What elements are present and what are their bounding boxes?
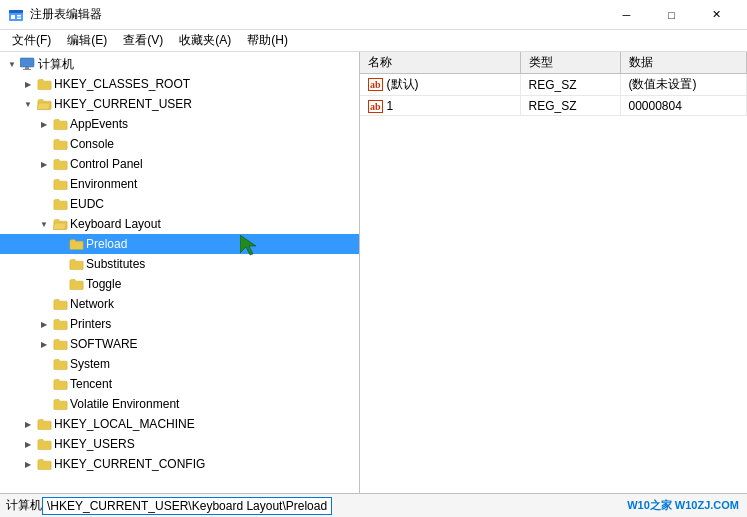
folder-icon-hkey_local_machine — [36, 416, 52, 432]
status-computer-label: 计算机 — [6, 497, 42, 514]
folder-icon-toggle — [68, 276, 84, 292]
minimize-button[interactable]: ─ — [604, 0, 649, 30]
reg-icon-1: ab — [368, 100, 383, 113]
expand-btn-computer[interactable]: ▼ — [4, 56, 20, 72]
expand-btn-software[interactable]: ▶ — [36, 336, 52, 352]
svg-rect-3 — [17, 15, 21, 17]
tree-item-tencent[interactable]: Tencent — [0, 374, 359, 394]
folder-icon-volatile_environment — [52, 396, 68, 412]
folder-icon-console — [52, 136, 68, 152]
tree-item-console[interactable]: Console — [0, 134, 359, 154]
expand-btn-keyboard_layout[interactable]: ▼ — [36, 216, 52, 232]
svg-rect-7 — [23, 69, 31, 70]
folder-icon-eudc — [52, 196, 68, 212]
tree-label-printers: Printers — [70, 317, 111, 331]
folder-icon-software — [52, 336, 68, 352]
folder-icon-environment — [52, 176, 68, 192]
folder-icon-hkey_classes_root — [36, 76, 52, 92]
tree-item-software[interactable]: ▶ SOFTWARE — [0, 334, 359, 354]
tree-item-hkey_current_user[interactable]: ▼ HKEY_CURRENT_USER — [0, 94, 359, 114]
menu-item-help[interactable]: 帮助(H) — [239, 30, 296, 51]
expand-btn-network — [36, 296, 52, 312]
col-type[interactable]: 类型 — [520, 52, 620, 74]
tree-label-hkey_current_user: HKEY_CURRENT_USER — [54, 97, 192, 111]
menu-item-edit[interactable]: 编辑(E) — [59, 30, 115, 51]
folder-icon-hkey_current_user — [36, 96, 52, 112]
folder-icon-hkey_users — [36, 436, 52, 452]
expand-btn-hkey_current_user[interactable]: ▼ — [20, 96, 36, 112]
registry-table: 名称 类型 数据 ab(默认)REG_SZ(数值未设置)ab1REG_SZ000… — [360, 52, 747, 116]
tree-item-hkey_local_machine[interactable]: ▶ HKEY_LOCAL_MACHINE — [0, 414, 359, 434]
tree-item-printers[interactable]: ▶ Printers — [0, 314, 359, 334]
watermark: W10之家 W10ZJ.COM — [627, 498, 739, 513]
tree-label-software: SOFTWARE — [70, 337, 138, 351]
tree-item-network[interactable]: Network — [0, 294, 359, 314]
folder-icon-substitutes — [68, 256, 84, 272]
menu-item-view[interactable]: 查看(V) — [115, 30, 171, 51]
folder-icon-printers — [52, 316, 68, 332]
expand-btn-eudc — [36, 196, 52, 212]
expand-btn-console — [36, 136, 52, 152]
table-row[interactable]: ab1REG_SZ00000804 — [360, 96, 747, 116]
expand-btn-tencent — [36, 376, 52, 392]
tree-item-hkey_users[interactable]: ▶ HKEY_USERS — [0, 434, 359, 454]
expand-btn-hkey_current_config[interactable]: ▶ — [20, 456, 36, 472]
cell-name-1: ab1 — [360, 96, 520, 116]
tree-label-substitutes: Substitutes — [86, 257, 145, 271]
tree-label-control_panel: Control Panel — [70, 157, 143, 171]
tree-item-eudc[interactable]: EUDC — [0, 194, 359, 214]
tree-label-system: System — [70, 357, 110, 371]
tree-label-environment: Environment — [70, 177, 137, 191]
cell-type-0: REG_SZ — [520, 74, 620, 96]
folder-icon-system — [52, 356, 68, 372]
title-bar: 注册表编辑器 ─ □ ✕ — [0, 0, 747, 30]
expand-btn-printers[interactable]: ▶ — [36, 316, 52, 332]
tree-item-system[interactable]: System — [0, 354, 359, 374]
svg-rect-1 — [9, 10, 23, 13]
menu-bar: 文件(F)编辑(E)查看(V)收藏夹(A)帮助(H) — [0, 30, 747, 52]
tree-item-keyboard_layout[interactable]: ▼ Keyboard Layout — [0, 214, 359, 234]
tree-label-tencent: Tencent — [70, 377, 112, 391]
svg-rect-5 — [20, 58, 34, 67]
expand-btn-hkey_classes_root[interactable]: ▶ — [20, 76, 36, 92]
expand-btn-control_panel[interactable]: ▶ — [36, 156, 52, 172]
expand-btn-system — [36, 356, 52, 372]
data-pane: 名称 类型 数据 ab(默认)REG_SZ(数值未设置)ab1REG_SZ000… — [360, 52, 747, 493]
tree-label-toggle: Toggle — [86, 277, 121, 291]
tree-item-hkey_current_config[interactable]: ▶ HKEY_CURRENT_CONFIG — [0, 454, 359, 474]
window-title: 注册表编辑器 — [30, 6, 604, 23]
tree-label-preload: Preload — [86, 237, 127, 251]
tree-item-hkey_classes_root[interactable]: ▶ HKEY_CLASSES_ROOT — [0, 74, 359, 94]
table-row[interactable]: ab(默认)REG_SZ(数值未设置) — [360, 74, 747, 96]
expand-btn-preload — [52, 236, 68, 252]
tree-pane[interactable]: ▼ 计算机▶ HKEY_CLASSES_ROOT▼ HKEY_CURRENT_U… — [0, 52, 360, 493]
status-path: \HKEY_CURRENT_USER\Keyboard Layout\Prelo… — [42, 497, 332, 515]
cell-data-0: (数值未设置) — [620, 74, 747, 96]
tree-item-environment[interactable]: Environment — [0, 174, 359, 194]
menu-item-file[interactable]: 文件(F) — [4, 30, 59, 51]
expand-btn-hkey_users[interactable]: ▶ — [20, 436, 36, 452]
col-name[interactable]: 名称 — [360, 52, 520, 74]
close-button[interactable]: ✕ — [694, 0, 739, 30]
col-data[interactable]: 数据 — [620, 52, 747, 74]
tree-label-hkey_users: HKEY_USERS — [54, 437, 135, 451]
tree-item-toggle[interactable]: Toggle — [0, 274, 359, 294]
tree-label-keyboard_layout: Keyboard Layout — [70, 217, 161, 231]
folder-icon-appevents — [52, 116, 68, 132]
tree-item-control_panel[interactable]: ▶ Control Panel — [0, 154, 359, 174]
expand-btn-hkey_local_machine[interactable]: ▶ — [20, 416, 36, 432]
folder-icon-control_panel — [52, 156, 68, 172]
maximize-button[interactable]: □ — [649, 0, 694, 30]
tree-item-appevents[interactable]: ▶ AppEvents — [0, 114, 359, 134]
tree-item-volatile_environment[interactable]: Volatile Environment — [0, 394, 359, 414]
window-controls: ─ □ ✕ — [604, 0, 739, 30]
tree-label-hkey_classes_root: HKEY_CLASSES_ROOT — [54, 77, 190, 91]
menu-item-favorites[interactable]: 收藏夹(A) — [171, 30, 239, 51]
expand-btn-appevents[interactable]: ▶ — [36, 116, 52, 132]
tree-item-preload[interactable]: Preload — [0, 234, 359, 254]
tree-label-console: Console — [70, 137, 114, 151]
cell-type-1: REG_SZ — [520, 96, 620, 116]
tree-label-hkey_local_machine: HKEY_LOCAL_MACHINE — [54, 417, 195, 431]
tree-item-computer[interactable]: ▼ 计算机 — [0, 54, 359, 74]
tree-item-substitutes[interactable]: Substitutes — [0, 254, 359, 274]
